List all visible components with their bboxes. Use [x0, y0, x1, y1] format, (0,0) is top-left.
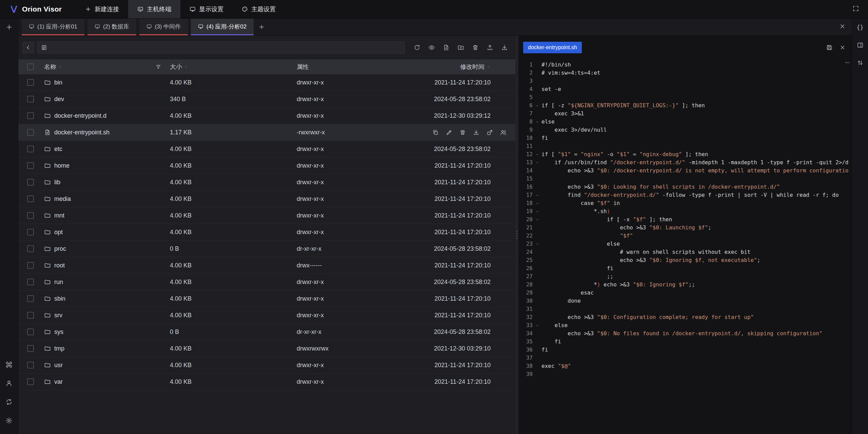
user-icon[interactable]: [5, 380, 13, 387]
file-name[interactable]: docker-entrypoint.sh: [54, 129, 110, 136]
terminal-tab[interactable]: (1) 应用-分析01: [22, 19, 84, 35]
file-row[interactable]: var4.00 KBdrwxr-xr-x2021-11-24 17:20:10: [18, 374, 515, 390]
row-checkbox[interactable]: [27, 195, 34, 202]
fold-chevron-icon[interactable]: [533, 158, 541, 167]
command-icon[interactable]: [5, 361, 13, 368]
fold-chevron-icon[interactable]: [533, 207, 541, 215]
path-input[interactable]: [37, 41, 405, 54]
new-connection-icon[interactable]: [5, 23, 13, 31]
delete-icon[interactable]: [472, 44, 479, 51]
file-name[interactable]: proc: [54, 245, 66, 252]
download-icon[interactable]: [501, 44, 508, 51]
row-checkbox[interactable]: [27, 245, 34, 252]
row-checkbox[interactable]: [27, 146, 34, 152]
fullscreen-icon[interactable]: [852, 5, 859, 12]
file-name[interactable]: opt: [54, 229, 63, 236]
path-list-icon[interactable]: [41, 44, 47, 51]
row-checkbox[interactable]: [27, 212, 34, 219]
row-checkbox[interactable]: [27, 129, 34, 136]
file-row[interactable]: sbin4.00 KBdrwxr-xr-x2021-11-24 17:20:10: [18, 290, 515, 307]
file-row[interactable]: proc0 Bdr-xr-xr-x2024-05-28 23:58:02: [18, 241, 515, 257]
top-menu-item[interactable]: 新建连接: [76, 0, 128, 18]
row-checkbox[interactable]: [27, 262, 34, 269]
row-checkbox[interactable]: [27, 312, 34, 319]
file-name[interactable]: mnt: [54, 212, 64, 219]
file-name[interactable]: run: [54, 279, 63, 286]
sort-mtime-icon[interactable]: [486, 65, 491, 69]
sort-size-icon[interactable]: [184, 65, 188, 69]
file-name[interactable]: docker-entrypoint.d: [54, 112, 106, 119]
code-editor[interactable]: 1#!/bin/sh2# vim:sw=4:ts=4:et34set -e56i…: [518, 59, 852, 434]
file-row[interactable]: mnt4.00 KBdrwxr-xr-x2021-11-24 17:20:10: [18, 207, 515, 224]
top-menu-item[interactable]: 显示设置: [180, 0, 233, 18]
file-row[interactable]: docker-entrypoint.sh1.17 KB-rwxrwxr-x: [18, 124, 515, 141]
file-name[interactable]: sys: [54, 328, 63, 336]
sort-name-icon[interactable]: [58, 65, 62, 69]
fold-chevron-icon[interactable]: [533, 215, 541, 224]
terminal-tab[interactable]: (3) 中间件: [139, 19, 188, 35]
row-checkbox[interactable]: [27, 328, 34, 335]
delete-icon[interactable]: [459, 129, 466, 136]
sync-icon[interactable]: [5, 398, 13, 405]
row-checkbox[interactable]: [27, 162, 34, 169]
braces-icon[interactable]: {}: [856, 24, 863, 31]
save-icon[interactable]: [826, 44, 833, 51]
file-row[interactable]: run4.00 KBdrwxr-xr-x2024-05-28 23:58:02: [18, 274, 515, 290]
file-name[interactable]: lib: [54, 179, 60, 186]
upload-icon[interactable]: [487, 44, 493, 51]
file-row[interactable]: etc4.00 KBdrwxr-xr-x2024-05-28 23:58:02: [18, 141, 515, 157]
row-checkbox[interactable]: [27, 79, 34, 86]
fold-chevron-icon[interactable]: [533, 191, 541, 199]
swap-vertical-icon[interactable]: [857, 59, 864, 66]
refresh-icon[interactable]: [414, 44, 420, 51]
top-menu-item[interactable]: 主机终端: [128, 0, 180, 18]
top-menu-item[interactable]: 主题设置: [233, 0, 285, 18]
file-name[interactable]: dev: [54, 96, 64, 103]
row-checkbox[interactable]: [27, 229, 34, 235]
fold-chevron-icon[interactable]: [533, 150, 541, 158]
file-name[interactable]: var: [54, 378, 63, 385]
permission-icon[interactable]: [500, 129, 507, 136]
column-name-label[interactable]: 名称: [44, 63, 56, 71]
file-name[interactable]: home: [54, 162, 70, 169]
column-mtime-label[interactable]: 修改时间: [460, 63, 485, 71]
file-name[interactable]: sbin: [54, 295, 65, 302]
file-row[interactable]: bin4.00 KBdrwxr-xr-x2021-11-24 17:20:10: [18, 74, 515, 91]
file-name[interactable]: root: [54, 262, 65, 269]
show-hidden-eye-icon[interactable]: [428, 44, 435, 51]
file-row[interactable]: tmp4.00 KBdrwxrwxrwx2021-12-30 03:29:10: [18, 340, 515, 357]
filter-icon[interactable]: [156, 64, 161, 70]
fold-chevron-icon[interactable]: [533, 199, 541, 207]
row-checkbox[interactable]: [27, 112, 34, 119]
select-all-checkbox[interactable]: [27, 63, 34, 70]
fold-chevron-icon[interactable]: [533, 321, 541, 329]
terminal-tab[interactable]: (2) 数据库: [87, 19, 136, 35]
new-file-icon[interactable]: [443, 44, 450, 51]
settings-gear-icon[interactable]: [5, 417, 13, 424]
terminal-tab[interactable]: (4) 应用-分析02: [191, 19, 254, 35]
file-name[interactable]: bin: [54, 79, 62, 86]
file-row[interactable]: dev340 Bdrwxr-xr-x2024-05-28 23:58:02: [18, 91, 515, 108]
back-button[interactable]: [22, 42, 34, 53]
add-tab-button[interactable]: [258, 24, 265, 30]
new-folder-icon[interactable]: [457, 44, 464, 51]
panel-layout-icon[interactable]: [857, 42, 864, 49]
panel-resize-handle[interactable]: [515, 36, 518, 434]
file-name[interactable]: tmp: [54, 345, 64, 352]
file-name[interactable]: media: [54, 195, 71, 203]
file-row[interactable]: home4.00 KBdrwxr-xr-x2021-11-24 17:20:10: [18, 157, 515, 174]
row-checkbox[interactable]: [27, 179, 34, 186]
brand[interactable]: Orion Visor: [9, 5, 62, 14]
row-checkbox[interactable]: [27, 295, 34, 302]
scrollbar-thumb[interactable]: [845, 62, 850, 63]
row-checkbox[interactable]: [27, 345, 34, 352]
row-checkbox[interactable]: [27, 279, 34, 285]
close-editor-icon[interactable]: [840, 44, 846, 51]
file-row[interactable]: media4.00 KBdrwxr-xr-x2021-11-24 17:20:1…: [18, 191, 515, 207]
row-checkbox[interactable]: [27, 96, 34, 102]
file-row[interactable]: opt4.00 KBdrwxr-xr-x2021-11-24 17:20:10: [18, 224, 515, 241]
file-name[interactable]: etc: [54, 146, 62, 153]
file-row[interactable]: usr4.00 KBdrwxr-xr-x2021-11-24 17:20:10: [18, 357, 515, 374]
fold-chevron-icon[interactable]: [533, 240, 541, 248]
file-row[interactable]: lib4.00 KBdrwxr-xr-x2021-11-24 17:20:10: [18, 174, 515, 191]
